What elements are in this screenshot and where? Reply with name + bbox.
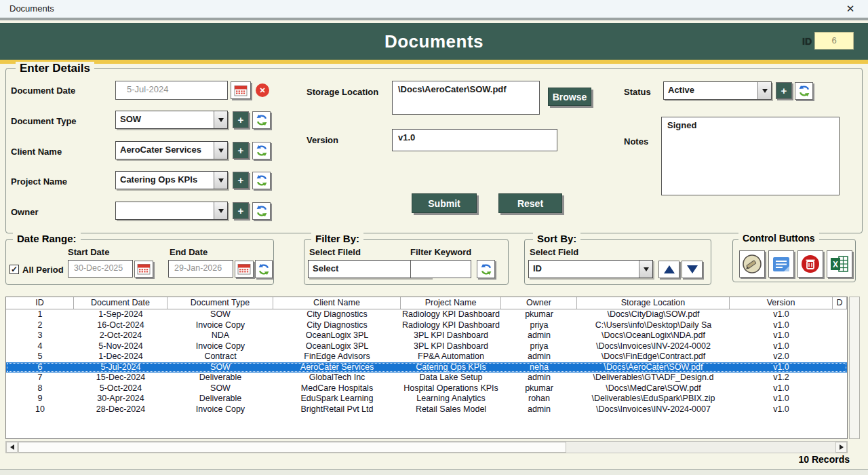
close-icon[interactable]: ✕ <box>842 1 859 16</box>
refresh-date-range-button[interactable] <box>255 260 273 278</box>
submit-button[interactable]: Submit <box>412 193 477 213</box>
storage-location-field[interactable]: \Docs\AeroCater\SOW.pdf <box>392 81 540 115</box>
table-cell: \Docs\FinEdge\Contract.pdf <box>577 352 730 362</box>
add-project-button[interactable]: + <box>233 172 249 189</box>
table-row[interactable]: 45-Nov-2024Invoice CopyOceanLogix 3PL3PL… <box>6 341 847 352</box>
start-date-field[interactable]: 30-Dec-2025 <box>68 260 133 278</box>
table-cell: \Docs\MedCare\SOW.pdf <box>577 383 730 394</box>
notes-button[interactable] <box>768 250 794 278</box>
scrollbar-thumb[interactable] <box>18 442 566 453</box>
reset-button[interactable]: Reset <box>498 193 562 213</box>
sort-field-dropdown[interactable]: ID <box>528 260 653 278</box>
chevron-down-icon[interactable] <box>214 172 227 189</box>
horizontal-scrollbar[interactable] <box>5 441 848 453</box>
start-date-label: Start Date <box>68 247 109 257</box>
accent-stripe <box>0 60 868 64</box>
column-header[interactable]: ID <box>6 297 74 309</box>
table-row[interactable]: 32-Oct-2024NDAOceanLogix 3PL3PL KPI Dash… <box>6 330 847 341</box>
chevron-down-icon[interactable] <box>757 82 771 99</box>
document-date-field[interactable]: 5-Jul-2024 <box>115 81 228 100</box>
version-field[interactable]: v1.0 <box>392 129 557 151</box>
status-dropdown[interactable]: Active <box>663 81 772 100</box>
add-owner-button[interactable]: + <box>233 202 249 219</box>
table-cell: \Docs\CityDiag\SOW.pdf <box>577 309 730 320</box>
add-document-type-button[interactable]: + <box>233 111 249 128</box>
table-cell: OceanLogix 3PL <box>273 341 401 352</box>
table-row[interactable]: 216-Oct-2024Invoice CopyCity Diagnostics… <box>6 320 847 331</box>
calendar-icon <box>237 263 251 275</box>
table-cell: admin <box>501 352 577 362</box>
export-excel-button[interactable]: X <box>827 250 852 278</box>
document-type-value: SOW <box>116 111 214 128</box>
column-header[interactable]: Document Date <box>74 297 167 309</box>
column-header[interactable]: Document Type <box>167 297 273 309</box>
documents-table[interactable]: IDDocument DateDocument TypeClient NameP… <box>5 297 848 439</box>
end-date-label: End Date <box>170 247 208 257</box>
refresh-status-button[interactable] <box>795 82 813 100</box>
project-name-value: Catering Ops KPIs <box>116 172 214 189</box>
table-row[interactable]: 715-Dec-2024DeliverableGlobalTech IncDat… <box>6 373 847 383</box>
table-cell: EduSpark Learning <box>273 394 401 404</box>
column-header[interactable]: Owner <box>501 297 577 309</box>
chevron-down-icon[interactable] <box>214 111 227 128</box>
refresh-document-type-button[interactable] <box>252 111 271 129</box>
edit-button[interactable] <box>739 250 765 278</box>
all-period-checkbox[interactable]: ✓ <box>9 265 19 274</box>
end-date-field[interactable]: 29-Jan-2026 <box>168 260 233 278</box>
owner-dropdown[interactable] <box>115 202 228 220</box>
table-cell: 4 <box>6 341 74 352</box>
excel-icon: X <box>829 254 850 274</box>
chevron-down-icon[interactable] <box>214 202 227 219</box>
table-row[interactable]: 930-Apr-2024DeliverableEduSpark Learning… <box>6 394 847 404</box>
table-cell: v1.0 <box>730 330 833 341</box>
project-name-dropdown[interactable]: Catering Ops KPIs <box>115 171 228 189</box>
delete-button[interactable] <box>797 250 823 278</box>
table-cell: 15-Dec-2024 <box>74 373 167 383</box>
column-header[interactable]: Storage Location <box>577 297 730 309</box>
id-field[interactable]: 6 <box>814 32 854 50</box>
start-date-calendar-button[interactable] <box>134 261 153 278</box>
filter-keyword-input[interactable] <box>410 260 471 278</box>
column-header[interactable]: D <box>833 297 847 309</box>
clear-date-button[interactable]: ✕ <box>254 81 271 99</box>
table-cell: OceanLogix 3PL <box>273 330 401 341</box>
scroll-right-button[interactable] <box>835 442 847 453</box>
table-cell: BrightRetail Pvt Ltd <box>273 404 401 415</box>
table-body: 11-Sep-2024SOWCity DiagnosticsRadiology … <box>6 309 847 415</box>
table-cell: FP&A Automation <box>401 352 501 362</box>
table-cell: 5 <box>6 352 74 362</box>
add-status-button[interactable]: + <box>776 82 792 99</box>
add-client-button[interactable]: + <box>233 142 249 159</box>
table-row[interactable]: 11-Sep-2024SOWCity DiagnosticsRadiology … <box>6 309 847 320</box>
end-date-calendar-button[interactable] <box>235 261 254 278</box>
table-row[interactable]: 85-Oct-2024SOWMedCare HospitalsHospital … <box>6 383 847 394</box>
table-row[interactable]: 65-Jul-2024SOWAeroCater ServicesCatering… <box>6 362 847 373</box>
table-row[interactable]: 51-Dec-2024ContractFinEdge AdvisorsFP&A … <box>6 352 847 362</box>
notes-field[interactable]: Signed <box>661 117 840 195</box>
sort-ascending-button[interactable] <box>658 261 679 278</box>
refresh-client-button[interactable] <box>252 142 271 159</box>
document-type-dropdown[interactable]: SOW <box>115 111 228 129</box>
refresh-project-button[interactable] <box>252 172 271 189</box>
column-header[interactable]: Version <box>730 297 833 309</box>
document-date-calendar-button[interactable] <box>231 81 251 99</box>
table-cell: \Docs\AeroCater\SOW.pdf <box>577 362 730 373</box>
column-header[interactable]: Project Name <box>401 297 501 309</box>
table-cell: 30-Apr-2024 <box>74 394 167 404</box>
sort-down-icon <box>687 265 698 273</box>
column-header[interactable]: Client Name <box>273 297 401 309</box>
chevron-down-icon[interactable] <box>639 261 652 278</box>
browse-button[interactable]: Browse <box>548 88 591 106</box>
refresh-owner-button[interactable] <box>252 202 271 220</box>
sort-descending-button[interactable] <box>682 261 703 278</box>
owner-label: Owner <box>11 207 38 217</box>
project-name-label: Project Name <box>11 176 67 187</box>
chevron-down-icon[interactable] <box>214 142 227 159</box>
table-cell: 28-Dec-2024 <box>74 404 167 415</box>
table-row[interactable]: 1028-Dec-2024Invoice CopyBrightRetail Pv… <box>6 404 847 415</box>
apply-filter-button[interactable] <box>477 260 495 278</box>
client-name-dropdown[interactable]: AeroCater Services <box>115 141 228 159</box>
scroll-left-button[interactable] <box>6 442 18 453</box>
vertical-scrollbar[interactable] <box>849 297 860 439</box>
owner-value <box>116 202 214 219</box>
